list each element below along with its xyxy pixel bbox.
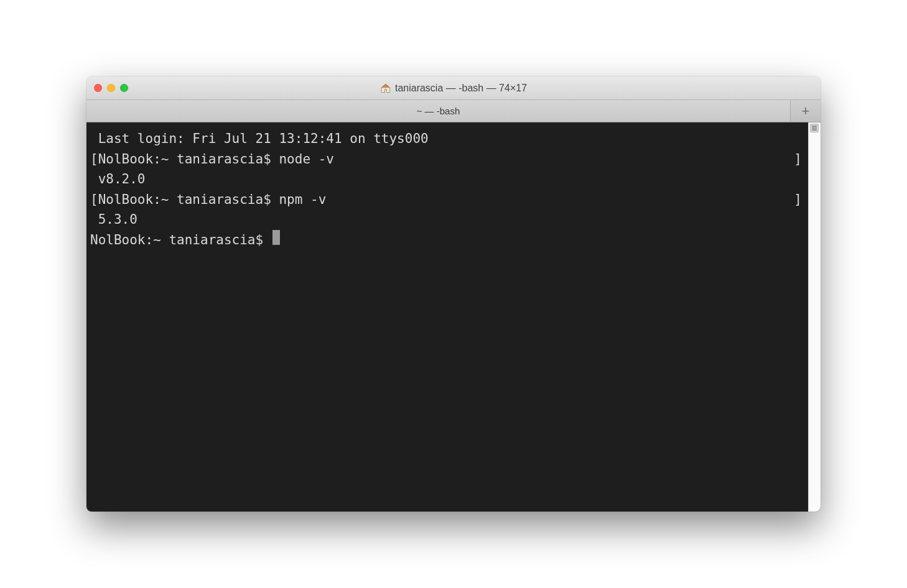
terminal-prompt: NolBook:~ taniarascia$	[90, 230, 271, 250]
line-text: NolBook:~ taniarascia$ npm -v	[98, 190, 327, 210]
line-prefix: [	[90, 190, 98, 210]
tab-active[interactable]: ~ — -bash	[86, 100, 791, 122]
cursor-icon	[272, 230, 280, 245]
titlebar[interactable]: taniarascia — -bash — 74×17	[86, 76, 821, 100]
terminal-content[interactable]: Last login: Fri Jul 21 13:12:41 on ttys0…	[86, 122, 808, 512]
scrollbar[interactable]	[808, 122, 821, 512]
line-suffix: ]	[794, 190, 804, 210]
zoom-button[interactable]	[120, 84, 128, 92]
line-prefix: [	[90, 149, 98, 170]
line-text: NolBook:~ taniarascia$ node -v	[98, 149, 334, 170]
terminal-line: 5.3.0	[90, 209, 804, 230]
line-prefix	[90, 169, 98, 190]
plus-icon: +	[802, 103, 810, 119]
terminal-window: taniarascia — -bash — 74×17 ~ — -bash + …	[86, 76, 821, 512]
line-prefix	[90, 209, 98, 230]
line-text: v8.2.0	[98, 169, 146, 190]
tab-label: ~ — -bash	[417, 106, 460, 116]
line-suffix	[802, 169, 804, 190]
window-title-text: taniarascia — -bash — 74×17	[395, 83, 527, 94]
line-suffix	[802, 129, 804, 149]
terminal-line: Last login: Fri Jul 21 13:12:41 on ttys0…	[90, 129, 804, 149]
line-suffix	[802, 209, 804, 230]
terminal-prompt-line: NolBook:~ taniarascia$	[90, 230, 804, 250]
line-suffix: ]	[794, 149, 804, 170]
minimize-button[interactable]	[107, 84, 115, 92]
line-prefix	[90, 129, 98, 149]
tab-bar: ~ — -bash +	[86, 100, 821, 122]
line-text: Last login: Fri Jul 21 13:12:41 on ttys0…	[98, 129, 429, 149]
home-icon	[380, 83, 391, 94]
new-tab-button[interactable]: +	[791, 100, 821, 122]
line-text: 5.3.0	[98, 209, 137, 230]
traffic-lights	[94, 84, 128, 92]
scroll-indicator-icon[interactable]	[810, 124, 819, 132]
terminal-line: [NolBook:~ taniarascia$ npm -v]	[90, 190, 804, 210]
terminal-line: v8.2.0	[90, 169, 804, 190]
terminal-line: [NolBook:~ taniarascia$ node -v]	[90, 149, 804, 170]
terminal-area: Last login: Fri Jul 21 13:12:41 on ttys0…	[86, 122, 821, 512]
close-button[interactable]	[94, 84, 102, 92]
window-title: taniarascia — -bash — 74×17	[380, 83, 527, 94]
